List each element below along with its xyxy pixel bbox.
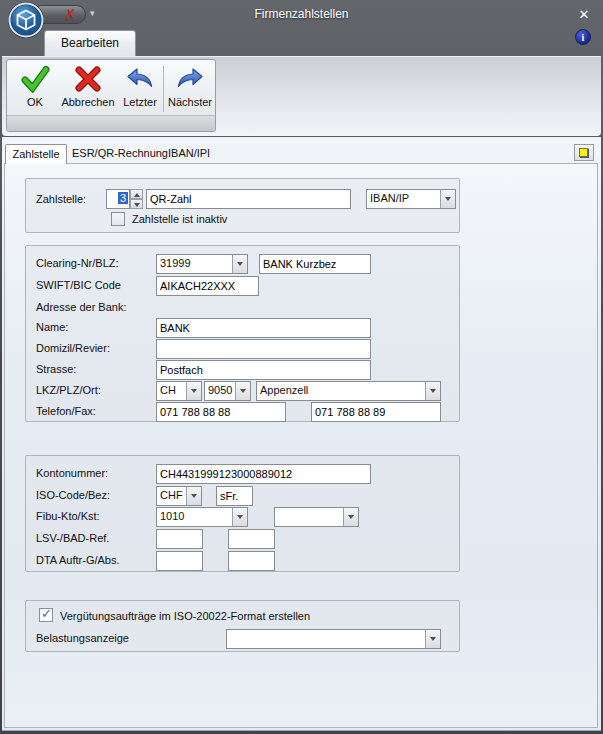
combo-dropdown-icon[interactable] [186,382,201,400]
tab-esr-qr-rechnung[interactable]: ESR/QR-Rechnung [72,147,168,159]
quick-access-dropdown-icon[interactable]: ▾ [90,8,95,18]
tab-iban-ipi[interactable]: IBAN/IPI [168,147,210,159]
domizil-field[interactable] [156,339,371,359]
letzter-button[interactable]: Letzter [121,62,159,116]
adresse-bank-label: Adresse der Bank: [36,301,127,313]
button-group-separator [163,66,164,112]
lkz-combo[interactable]: CH [156,381,202,401]
domizil-label: Domizil/Revier: [36,342,110,354]
lkz-plz-ort-label: LKZ/PLZ/Ort: [36,384,101,396]
clearing-nr-value: 31999 [157,255,232,273]
zahlstelle-inaktiv-label: Zahlstelle ist inaktiv [132,213,227,225]
ribbon-button-group: OK Abbrechen Letzter Nächster [6,59,216,132]
strasse-field[interactable] [156,360,371,380]
kontonummer-field[interactable] [156,464,371,484]
group-zahlstelle: Zahlstelle: 3 IBAN/IP Zahlstelle ist ina… [25,178,460,233]
iso-code-label: ISO-Code/Bez: [36,489,110,501]
app-menu-button[interactable] [7,1,45,39]
zahlstelle-inaktiv-checkbox[interactable] [111,212,125,226]
close-icon[interactable]: ✕ [575,6,593,23]
group-konto: Kontonummer: ISO-Code/Bez: CHF Fibu-Kto/… [25,455,460,572]
bank-kurzbez-field[interactable] [259,254,371,274]
belastungsanzeige-combo[interactable] [226,629,441,649]
quick-cancel-icon[interactable]: ✗ [64,6,76,22]
checkmark-icon: ✓ [41,606,52,621]
dta-1-field[interactable] [156,551,203,571]
combo-dropdown-icon[interactable] [186,487,201,505]
zahlstelle-label: Zahlstelle: [36,193,86,205]
zahlstelle-name-field[interactable] [146,189,351,209]
tab-bearbeiten[interactable]: Bearbeiten [44,30,136,56]
combo-dropdown-icon[interactable] [235,382,250,400]
belastungsanzeige-label: Belastungsanzeige [36,632,129,644]
combo-dropdown-icon[interactable] [343,508,358,526]
combo-dropdown-icon[interactable] [232,508,247,526]
lsv-ref2-field[interactable] [228,529,275,549]
letzter-label: Letzter [121,96,159,108]
iso20022-label: Vergütungsaufträge im ISO-20022-Format e… [60,610,310,622]
cube-icon [7,1,45,39]
spinner-up-icon[interactable] [130,189,143,199]
iso-code-combo[interactable]: CHF [156,486,202,506]
ok-button[interactable]: OK [15,62,55,116]
fibu-kto-value: 1010 [157,508,232,526]
combo-dropdown-icon[interactable] [232,255,247,273]
combo-dropdown-icon[interactable] [425,382,440,400]
iso20022-checkbox[interactable]: ✓ [39,608,53,622]
dta-auftr-label: DTA Auftr-G/Abs. [36,554,120,566]
zahlstelle-typ-value: IBAN/IP [367,190,440,208]
firmenzahlstellen-window: Firmenzahlstellen ✕ ✗ ▾ Bearbeiten i OK [0,0,603,734]
yellow-swatch-icon [579,148,588,157]
group-iso20022: ✓ Vergütungsaufträge im ISO-20022-Format… [25,600,460,652]
cancel-x-icon [57,62,119,96]
telefon-fax-label: Telefon/Fax: [36,405,96,417]
combo-dropdown-icon[interactable] [440,190,455,208]
zahlstelle-number-stepper [130,189,143,209]
strasse-label: Strasse: [36,363,76,375]
telefon-field[interactable] [156,402,286,422]
clearing-label: Clearing-Nr/BLZ: [36,257,119,269]
zahlstelle-typ-combo[interactable]: IBAN/IP [366,189,456,209]
spinner-down-icon[interactable] [130,199,143,209]
plz-value: 9050 [205,382,235,400]
color-palette-button[interactable] [574,144,594,161]
lsv-ref1-field[interactable] [156,529,203,549]
iso-code-value: CHF [157,487,186,505]
zahlstelle-number-field[interactable]: 3 [106,189,130,209]
abbrechen-button[interactable]: Abbrechen [57,62,119,116]
fibu-kst-combo[interactable] [274,507,359,527]
kontonummer-label: Kontonummer: [36,467,108,479]
clearing-nr-combo[interactable]: 31999 [156,254,248,274]
ok-label: OK [15,96,55,108]
group-bank: Clearing-Nr/BLZ: 31999 SWIFT/BIC Code Ad… [25,245,460,422]
ort-value: Appenzell [257,382,425,400]
fax-field[interactable] [311,402,441,422]
zahlstelle-number-value: 3 [118,192,128,204]
fibu-kto-label: Fibu-Kto/Kst: [36,510,100,522]
belastungsanzeige-value [227,630,425,648]
info-icon[interactable]: i [575,29,591,45]
combo-dropdown-icon[interactable] [425,630,440,648]
tab-zahlstelle[interactable]: Zahlstelle [5,144,67,164]
ok-check-icon [15,62,55,96]
lsv-bad-ref-label: LSV-/BAD-Ref. [36,532,109,544]
arrow-left-icon [121,62,159,96]
button-group-footer [7,115,215,131]
swift-code-field[interactable] [156,276,259,296]
dta-2-field[interactable] [228,551,275,571]
fibu-kto-combo[interactable]: 1010 [156,507,248,527]
ort-combo[interactable]: Appenzell [256,381,441,401]
plz-combo[interactable]: 9050 [204,381,251,401]
abbrechen-label: Abbrechen [57,96,119,108]
ribbon: OK Abbrechen Letzter Nächster [2,56,601,136]
lkz-value: CH [157,382,186,400]
bez-field[interactable] [216,486,253,506]
fibu-kst-value [275,508,343,526]
bank-name-field[interactable] [156,318,371,338]
naechster-label: Nächster [165,96,215,108]
naechster-button[interactable]: Nächster [165,62,215,116]
arrow-right-icon [165,62,215,96]
swift-label: SWIFT/BIC Code [36,279,121,291]
bank-name-label: Name: [36,321,68,333]
